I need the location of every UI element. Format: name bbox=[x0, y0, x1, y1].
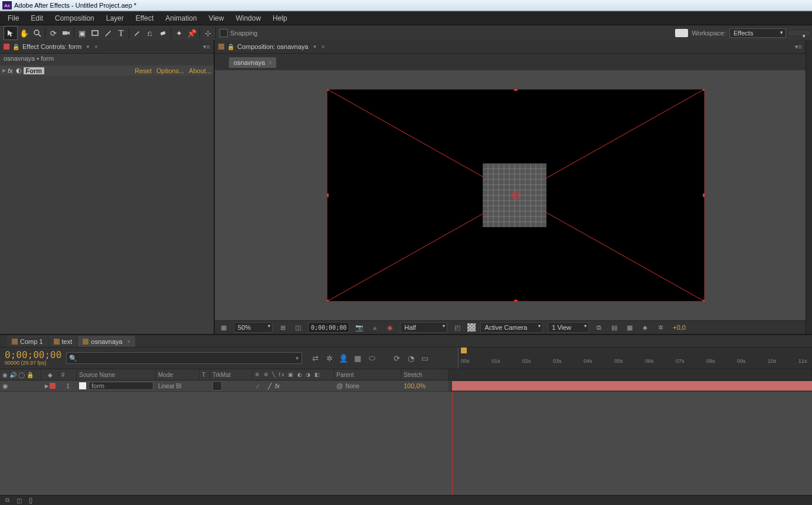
mask-toggle-icon[interactable]: ◫ bbox=[293, 323, 303, 332]
solo-icon[interactable]: ◯ bbox=[18, 372, 25, 378]
expand-icon[interactable]: ▶ bbox=[2, 68, 6, 73]
col-source[interactable]: Source Name bbox=[77, 369, 156, 380]
effect-about-link[interactable]: About... bbox=[189, 67, 211, 74]
camera-tool-icon[interactable] bbox=[60, 27, 73, 40]
workspace-icon[interactable] bbox=[675, 29, 688, 37]
col-t[interactable]: T bbox=[199, 369, 210, 380]
selection-tool-icon[interactable] bbox=[4, 26, 18, 40]
close-icon[interactable]: × bbox=[127, 339, 130, 345]
menu-help[interactable]: Help bbox=[267, 14, 293, 22]
effect-row[interactable]: ▶ fx ◐ Form Reset Options... About... bbox=[0, 65, 214, 76]
menu-window[interactable]: Window bbox=[230, 14, 267, 22]
audio-icon[interactable]: 🔊 bbox=[9, 372, 17, 378]
roto-tool-icon[interactable]: ✦ bbox=[172, 27, 185, 40]
grid-icon[interactable]: ▦ bbox=[218, 323, 229, 332]
pen-tool-icon[interactable] bbox=[102, 27, 114, 40]
effect-options-link[interactable]: Options... bbox=[156, 67, 184, 74]
panel-menu-icon[interactable]: ▾≡ bbox=[795, 43, 802, 51]
eye-icon[interactable]: ◉ bbox=[2, 372, 8, 378]
pixel-aspect-icon[interactable]: ⧉ bbox=[594, 323, 604, 332]
shy-switch[interactable]: ⟋ bbox=[255, 383, 261, 389]
safe-zones-icon[interactable]: ⊞ bbox=[277, 323, 288, 332]
toggle-in-out-icon[interactable]: {} bbox=[26, 496, 35, 505]
composition-tab[interactable]: osnavnaya× bbox=[229, 57, 276, 68]
effect-reset-link[interactable]: Reset bbox=[135, 67, 152, 74]
right-collapsed-panels[interactable] bbox=[806, 40, 812, 334]
menu-layer[interactable]: Layer bbox=[100, 14, 130, 22]
eye-icon[interactable]: ◉ bbox=[2, 382, 8, 390]
trkmat-dropdown[interactable] bbox=[212, 381, 222, 391]
time-ruler[interactable]: 00s 01s 02s 03s 04s 05s 06s 07s 08s 09s … bbox=[458, 347, 812, 369]
menu-edit[interactable]: Edit bbox=[25, 14, 49, 22]
menu-view[interactable]: View bbox=[203, 14, 230, 22]
auto-keyframe-icon[interactable]: ◔ bbox=[406, 353, 415, 363]
pickwhip-icon[interactable]: @ bbox=[336, 382, 343, 389]
orbit-tool-icon[interactable]: ⟳ bbox=[47, 27, 60, 40]
effect-name[interactable]: Form bbox=[24, 67, 45, 74]
view-dropdown[interactable]: 1 View bbox=[548, 322, 589, 333]
col-parent[interactable]: Parent bbox=[334, 369, 401, 380]
timeline-tab-comp1[interactable]: Comp 1 bbox=[7, 336, 48, 347]
label-icon[interactable]: ◆ bbox=[48, 372, 53, 378]
brush-tool-icon[interactable] bbox=[130, 27, 143, 40]
menu-effect[interactable]: Effect bbox=[130, 14, 159, 22]
shy-icon[interactable]: 👤 bbox=[339, 353, 348, 363]
chevron-down-icon[interactable]: ▼ bbox=[294, 356, 299, 361]
parent-dropdown[interactable]: None bbox=[345, 383, 385, 389]
timeline-body[interactable] bbox=[0, 392, 812, 495]
menu-animation[interactable]: Animation bbox=[159, 14, 202, 22]
layer-row[interactable]: ◉ ▶ 1 form Linear Bl ⟋ ╱ fx @None 100,0% bbox=[0, 381, 812, 392]
draft3d-icon[interactable]: ✲ bbox=[325, 353, 334, 363]
workspace-dropdown[interactable]: Effects bbox=[729, 28, 786, 38]
current-timecode[interactable]: 0;00;00;00 bbox=[5, 350, 61, 360]
lock-icon[interactable]: 🔒 bbox=[227, 44, 234, 50]
graph-editor-icon[interactable]: ▭ bbox=[420, 353, 430, 363]
workspace-menu[interactable] bbox=[790, 32, 808, 34]
layer-name[interactable]: form bbox=[89, 382, 153, 390]
chevron-down-icon[interactable]: ▼ bbox=[86, 44, 90, 50]
col-index[interactable]: # bbox=[59, 369, 77, 380]
flowchart-icon[interactable]: ♣ bbox=[640, 323, 650, 332]
fx-icon[interactable]: fx bbox=[8, 67, 13, 74]
col-mode[interactable]: Mode bbox=[156, 369, 199, 380]
switches-icons[interactable]: ✲ ✲ ╲ fx ▣ ◐ ◑ ◧ bbox=[255, 372, 321, 378]
chevron-down-icon[interactable]: ▼ bbox=[312, 44, 317, 50]
zoom-tool-icon[interactable] bbox=[31, 27, 44, 40]
frame-blend-icon[interactable]: ▦ bbox=[353, 353, 362, 363]
stretch-value[interactable]: 100,0% bbox=[401, 381, 448, 391]
show-channel-icon[interactable]: ▲ bbox=[369, 323, 380, 332]
timeline-tab-osnavnaya[interactable]: osnavnaya× bbox=[78, 336, 135, 347]
lock-icon[interactable]: 🔒 bbox=[27, 372, 34, 378]
composition-canvas[interactable] bbox=[327, 89, 705, 301]
eraser-tool-icon[interactable] bbox=[156, 27, 169, 40]
composition-viewer[interactable] bbox=[215, 70, 806, 320]
menu-composition[interactable]: Composition bbox=[49, 14, 100, 22]
col-stretch[interactable]: Stretch bbox=[401, 369, 448, 380]
menu-file[interactable]: File bbox=[2, 14, 25, 22]
snapshot-icon[interactable]: 📷 bbox=[354, 323, 365, 332]
text-tool-icon[interactable]: T bbox=[114, 27, 127, 40]
motion-blur-icon[interactable]: ⬭ bbox=[367, 353, 376, 363]
timeline-search[interactable]: 🔍 ▼ bbox=[66, 352, 302, 364]
close-icon[interactable]: × bbox=[321, 44, 325, 50]
current-time-indicator[interactable] bbox=[452, 392, 453, 495]
close-icon[interactable]: × bbox=[94, 44, 98, 50]
current-time-indicator-head[interactable] bbox=[461, 347, 467, 353]
fast-preview-icon[interactable]: ▤ bbox=[609, 323, 620, 332]
comp-mini-flowchart-icon[interactable]: ⇄ bbox=[310, 353, 320, 363]
panel-menu-icon[interactable]: ▾≡ bbox=[203, 43, 210, 51]
toggle-switches-icon[interactable]: ⧉ bbox=[2, 496, 12, 505]
quality-switch[interactable]: ╱ bbox=[268, 383, 271, 389]
hand-tool-icon[interactable]: ✋ bbox=[18, 27, 31, 40]
lock-icon[interactable]: 🔒 bbox=[12, 44, 19, 50]
puppet-tool-icon[interactable]: 📌 bbox=[185, 27, 198, 40]
reset-exposure-icon[interactable]: ✲ bbox=[655, 323, 666, 332]
fx-switch[interactable]: fx bbox=[275, 383, 280, 389]
brainstorm-icon[interactable]: ⟳ bbox=[392, 353, 401, 363]
rectangle-tool-icon[interactable] bbox=[89, 27, 102, 40]
mode-dropdown[interactable]: Linear Bl bbox=[158, 383, 188, 389]
pan-behind-tool-icon[interactable]: ▣ bbox=[76, 27, 89, 40]
color-mgmt-icon[interactable]: ◉ bbox=[385, 323, 395, 332]
roi-icon[interactable]: ◰ bbox=[452, 323, 463, 332]
zoom-dropdown[interactable]: 50% bbox=[234, 322, 273, 333]
